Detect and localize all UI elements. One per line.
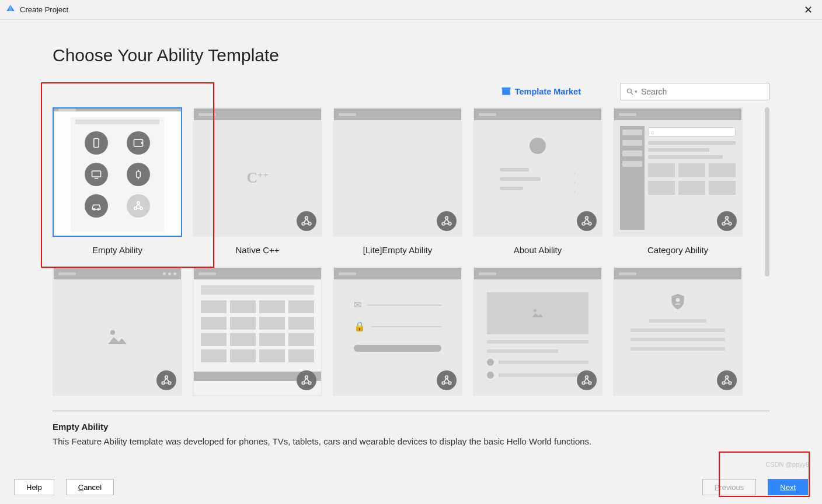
selected-template-title: Empty Ability	[53, 422, 769, 432]
svg-line-35	[587, 219, 590, 222]
svg-line-67	[587, 378, 590, 382]
wearable-icon	[127, 163, 150, 186]
svg-line-74	[727, 378, 730, 382]
app-logo-icon	[6, 4, 15, 15]
svg-line-17	[138, 204, 141, 208]
svg-line-54	[306, 378, 309, 382]
svg-line-53	[304, 378, 306, 382]
phone-icon	[85, 131, 108, 155]
template-label: [Lite]Empty Ability	[363, 245, 432, 255]
page-heading: Choose Your Ability Template	[53, 46, 769, 65]
cpp-icon: C++	[200, 126, 315, 230]
svg-line-40	[724, 219, 727, 222]
svg-rect-0	[502, 89, 510, 94]
template-tile-native-cpp[interactable]: C++ Native C++	[193, 107, 322, 255]
svg-point-63	[586, 376, 588, 379]
svg-line-41	[727, 219, 730, 222]
distributed-badge-icon	[156, 370, 176, 390]
svg-point-37	[726, 216, 729, 219]
footer: Help Cancel Previous Next	[0, 470, 822, 504]
template-market-link[interactable]: Template Market	[501, 86, 581, 98]
market-icon	[501, 86, 511, 98]
template-label: Native C++	[235, 245, 279, 255]
svg-line-29	[447, 219, 450, 222]
car-icon	[85, 194, 108, 218]
distributed-badge-icon	[577, 370, 597, 390]
lock-icon: 🔒	[354, 321, 441, 332]
svg-line-28	[444, 219, 447, 222]
template-label: Category Ability	[647, 245, 708, 255]
svg-line-59	[444, 378, 447, 382]
close-icon[interactable]: ✕	[800, 4, 816, 16]
svg-point-56	[445, 376, 448, 379]
distributed-badge-icon	[297, 211, 316, 231]
distributed-badge-icon	[717, 211, 737, 231]
svg-point-25	[445, 216, 448, 219]
template-market-label: Template Market	[515, 87, 581, 96]
svg-point-13	[137, 202, 140, 204]
svg-point-62	[534, 309, 537, 312]
cancel-button[interactable]: Cancel	[66, 479, 114, 495]
tablet-icon	[127, 131, 150, 155]
tv-icon	[85, 163, 108, 186]
window-title: Create Project	[20, 5, 68, 14]
next-button[interactable]: Next	[768, 479, 808, 495]
svg-line-16	[136, 204, 138, 208]
help-button[interactable]: Help	[14, 479, 54, 495]
template-tile[interactable]	[53, 267, 182, 396]
previous-button: Previous	[702, 479, 757, 495]
svg-line-73	[724, 378, 727, 382]
svg-point-69	[676, 298, 680, 302]
svg-point-5	[141, 142, 142, 144]
distributed-badge-icon	[437, 211, 457, 231]
distributed-badge-icon	[297, 370, 316, 390]
watermark: CSDN @ppyy8	[765, 461, 809, 468]
scrollbar[interactable]	[765, 107, 769, 402]
mail-icon: ✉	[354, 299, 441, 310]
svg-point-31	[586, 216, 588, 219]
image-icon	[487, 292, 588, 334]
svg-line-23	[306, 219, 309, 222]
template-tile[interactable]	[613, 267, 743, 396]
svg-point-50	[305, 376, 308, 379]
distributed-badge-icon	[437, 370, 457, 390]
template-tile-category-ability[interactable]: ⌕ Category Ability	[613, 107, 743, 255]
template-tile[interactable]: ✉ 🔒	[333, 267, 462, 396]
svg-point-44	[165, 376, 168, 379]
svg-rect-8	[137, 172, 141, 177]
template-tile[interactable]	[473, 267, 602, 396]
distributed-icon	[127, 194, 150, 218]
svg-point-12	[97, 209, 99, 211]
svg-line-48	[166, 378, 169, 382]
selected-template-description: This Feature Ability template was develo…	[53, 436, 769, 446]
window-titlebar: Create Project ✕	[0, 0, 822, 20]
svg-point-1	[627, 89, 631, 93]
svg-point-19	[305, 216, 308, 219]
svg-point-11	[93, 209, 95, 211]
template-label: Empty Ability	[92, 245, 142, 255]
shield-user-icon	[668, 292, 687, 313]
svg-line-66	[584, 378, 587, 382]
distributed-badge-icon	[717, 370, 737, 390]
search-icon: ▾	[626, 88, 638, 96]
divider	[53, 411, 769, 411]
svg-line-22	[304, 219, 306, 222]
svg-line-2	[631, 93, 633, 95]
template-label: About Ability	[514, 245, 562, 255]
svg-rect-3	[94, 139, 99, 148]
svg-line-60	[447, 378, 450, 382]
search-box[interactable]: ▾	[621, 83, 769, 100]
template-tile-lite-empty-ability[interactable]: [Lite]Empty Ability	[333, 107, 462, 255]
svg-point-70	[726, 376, 729, 379]
distributed-badge-icon	[577, 211, 597, 231]
template-tile-empty-ability[interactable]: Empty Ability	[53, 107, 182, 255]
search-input[interactable]	[641, 87, 764, 96]
svg-line-47	[163, 378, 166, 382]
template-tile[interactable]	[193, 267, 322, 396]
svg-line-34	[584, 219, 587, 222]
svg-rect-6	[92, 171, 101, 177]
template-tile-about-ability[interactable]: › › › About Ability	[473, 107, 602, 255]
search-icon: ⌕	[648, 127, 736, 136]
svg-point-43	[110, 330, 115, 335]
